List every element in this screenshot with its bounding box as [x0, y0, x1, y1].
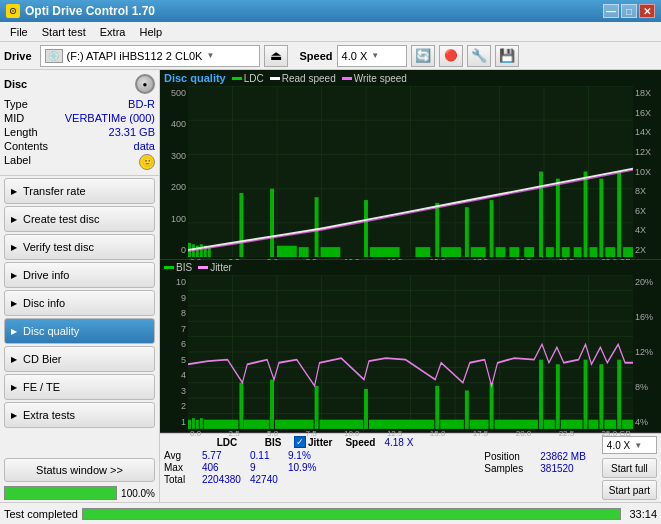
svg-rect-92 [470, 420, 489, 429]
tools-button[interactable]: 🔧 [467, 45, 491, 67]
svg-rect-36 [496, 247, 506, 257]
arrow-icon: ▶ [11, 327, 17, 336]
sidebar-item-disc-quality[interactable]: ▶ Disc quality [4, 318, 155, 344]
svg-rect-84 [599, 364, 603, 429]
sidebar-item-disc-info[interactable]: ▶ Disc info [4, 290, 155, 316]
start-full-button[interactable]: Start full [602, 458, 657, 478]
avg-jitter: 9.1% [288, 450, 318, 461]
chart2-y-axis-right: 20%16%12%8%4% [633, 275, 661, 429]
sidebar-item-drive-info[interactable]: ▶ Drive info [4, 262, 155, 288]
chart1-header: Disc quality LDC Read speed Write spe [160, 70, 661, 86]
status-progress-fill [83, 509, 620, 519]
sidebar-item-verify-test-disc[interactable]: ▶ Verify test disc [4, 234, 155, 260]
svg-rect-24 [277, 246, 297, 257]
svg-rect-31 [435, 203, 439, 257]
svg-rect-19 [200, 244, 203, 257]
contents-label: Contents [4, 140, 48, 152]
svg-rect-22 [239, 193, 243, 257]
stats-section-main: LDC BIS ✓ Jitter Speed 4.18 X Avg 5.77 [164, 436, 468, 500]
sidebar-item-transfer-rate[interactable]: ▶ Transfer rate [4, 178, 155, 204]
save-button[interactable]: 💾 [495, 45, 519, 67]
svg-rect-97 [604, 420, 616, 429]
menu-extra[interactable]: Extra [94, 24, 132, 40]
chart2-svg-area [188, 275, 633, 429]
menu-start-test[interactable]: Start test [36, 24, 92, 40]
maximize-button[interactable]: □ [621, 4, 637, 18]
arrow-icon: ▶ [11, 383, 17, 392]
speed-selector-bottom[interactable]: 4.0 X ▼ [602, 436, 657, 454]
svg-rect-38 [524, 247, 534, 257]
label-smiley-icon: 🙂 [139, 154, 155, 170]
chart1-svg-area [188, 86, 633, 257]
sidebar-label-disc-quality: Disc quality [23, 325, 79, 337]
status-bar: Test completed 33:14 [0, 502, 661, 524]
speed-selector[interactable]: 4.0 X ▼ [337, 45, 407, 67]
position-label: Position [484, 451, 536, 462]
start-part-button[interactable]: Start part [602, 480, 657, 500]
stats-section-position: Position 23862 MB Samples 381520 [484, 436, 586, 500]
close-button[interactable]: ✕ [639, 4, 655, 18]
ldc-legend-label: LDC [244, 73, 264, 84]
svg-rect-27 [321, 247, 341, 257]
svg-rect-25 [299, 247, 309, 257]
charts-area: Disc quality LDC Read speed Write spe [160, 70, 661, 433]
sidebar-item-extra-tests[interactable]: ▶ Extra tests [4, 402, 155, 428]
chart2-header: BIS Jitter [160, 260, 661, 275]
sidebar-buttons: ▶ Transfer rate ▶ Create test disc ▶ Ver… [0, 176, 159, 430]
progress-area: 100.0% [0, 484, 159, 502]
sidebar-item-create-test-disc[interactable]: ▶ Create test disc [4, 206, 155, 232]
svg-rect-87 [243, 420, 269, 429]
sidebar-label-cd-bier: CD Bier [23, 353, 62, 365]
svg-rect-32 [441, 247, 461, 257]
svg-rect-94 [544, 420, 555, 429]
app-title: Opti Drive Control 1.70 [25, 4, 155, 18]
mid-label: MID [4, 112, 24, 124]
refresh-button[interactable]: 🔄 [411, 45, 435, 67]
svg-rect-26 [315, 197, 319, 257]
jitter-legend-label: Jitter [210, 262, 232, 273]
speed-value: 4.0 X [342, 50, 368, 62]
menu-file[interactable]: File [4, 24, 34, 40]
svg-rect-76 [315, 386, 319, 429]
arrow-icon: ▶ [11, 411, 17, 420]
burn-button[interactable]: 🔴 [439, 45, 463, 67]
max-ldc: 406 [202, 462, 246, 473]
svg-rect-34 [471, 247, 486, 257]
arrow-icon: ▶ [11, 271, 17, 280]
status-window-button[interactable]: Status window >> [4, 458, 155, 482]
svg-rect-28 [364, 200, 368, 257]
eject-button[interactable]: ⏏ [264, 45, 288, 67]
drive-selector[interactable]: 💿 (F:) ATAPI iHBS112 2 CL0K ▼ [40, 45, 260, 67]
svg-rect-33 [465, 207, 469, 257]
speed-label: Speed [300, 50, 333, 62]
position-value: 23862 MB [540, 451, 586, 462]
sidebar-item-fe-te[interactable]: ▶ FE / TE [4, 374, 155, 400]
chart2-body: 10987654321 [160, 275, 661, 429]
svg-rect-73 [200, 418, 203, 429]
titlebar: ⊙ Opti Drive Control 1.70 — □ ✕ [0, 0, 661, 22]
type-label: Type [4, 98, 28, 110]
svg-rect-82 [556, 364, 560, 429]
svg-rect-98 [622, 420, 633, 429]
svg-rect-47 [605, 247, 615, 257]
status-progress-bar [82, 508, 621, 520]
drive-icon: 💿 [45, 49, 63, 63]
chart1-y-axis-right: 18X16X14X12X10X8X6X4X2X [633, 86, 661, 257]
svg-rect-37 [509, 247, 519, 257]
arrow-icon: ▶ [11, 355, 17, 364]
content-area: Disc quality LDC Read speed Write spe [160, 70, 661, 502]
disc-icon: ● [135, 74, 155, 94]
write-speed-legend-label: Write speed [354, 73, 407, 84]
menu-help[interactable]: Help [133, 24, 168, 40]
svg-rect-90 [369, 420, 434, 429]
chart1-y-axis-left: 5004003002001000 [160, 86, 188, 257]
jitter-header: Jitter [308, 437, 332, 448]
sidebar-label-create-test-disc: Create test disc [23, 213, 99, 225]
minimize-button[interactable]: — [603, 4, 619, 18]
svg-rect-71 [192, 418, 195, 429]
sidebar-label-transfer-rate: Transfer rate [23, 185, 86, 197]
sidebar-label-extra-tests: Extra tests [23, 409, 75, 421]
sidebar-item-cd-bier[interactable]: ▶ CD Bier [4, 346, 155, 372]
disc-panel: Disc ● Type BD-R MID VERBATIMe (000) Len… [0, 70, 159, 176]
length-label: Length [4, 126, 38, 138]
